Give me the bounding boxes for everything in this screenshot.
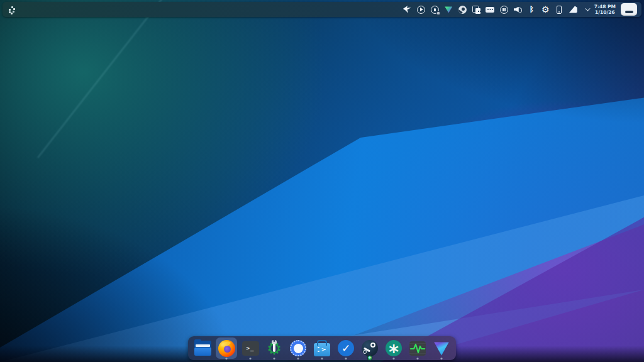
file-manager-icon [194,341,211,356]
aperture-glyph: * [389,341,399,357]
running-indicator [321,358,323,359]
desktop-wallpaper [0,0,644,362]
clock-date: 1/10/26 [594,9,616,15]
check-glyph: ✓ [341,342,350,354]
running-indicator [274,358,275,359]
dock-item-vpn-triangle[interactable] [430,336,453,360]
running-indicator [345,358,347,359]
dock-item-firefox[interactable] [214,336,238,360]
running-indicator [226,358,228,359]
portmaster-swirl-icon[interactable] [458,4,467,14]
system-tray: ᛒ ⚙ [402,4,592,14]
media-play-icon[interactable] [416,4,426,14]
settings-gear-icon[interactable]: ⚙ [541,4,550,14]
dock-item-settings-tool[interactable]: ⚙ [262,336,286,360]
digital-clock[interactable]: 7:48 PM 1/10/26 [594,4,616,15]
pulse-line-icon [410,342,425,354]
notifier-icon[interactable] [486,4,495,14]
steam-icon [362,340,378,356]
aperture-app-icon: * [386,340,402,356]
toolbox-arrow-glyph: > [321,347,326,353]
running-indicator [393,358,395,359]
running-indicator [297,358,299,359]
clock-time: 7:48 PM [594,4,616,9]
proton-vpn-icon[interactable] [444,4,453,14]
vpn-triangle-icon [433,341,450,356]
password-keyring-icon[interactable] [430,4,440,14]
running-indicator [441,358,443,359]
wallpaper-vignette [0,0,644,362]
show-panel-button[interactable] [621,3,637,16]
panel-slot-glyph [625,11,633,14]
settings-tool-icon: ⚙ [265,339,283,357]
running-indicator [417,358,419,359]
dock-item-aperture-app[interactable]: * [382,336,406,360]
volume-icon[interactable] [513,4,523,14]
top-panel: ᛒ ⚙ 7:48 PM 1/10/26 [3,2,641,17]
wrench-glyph [273,342,275,352]
signal-messenger-icon [290,340,306,356]
steam-status-badge: + [367,355,373,361]
dock-item-check-app[interactable]: ✓ [334,336,358,360]
dock: >_ ⚙ > ✓ + * [188,336,456,360]
dock-item-toolbox[interactable]: > [310,336,334,360]
app-launcher-icon[interactable] [7,4,17,14]
network-icon[interactable] [569,4,578,14]
paper-bird-icon[interactable] [402,4,412,14]
dock-item-steam[interactable]: + [358,336,382,360]
dock-item-terminal[interactable]: >_ [238,336,262,360]
dock-item-signal[interactable] [286,336,310,360]
toolbox-icon: > [314,343,330,356]
dock-item-file-manager[interactable] [191,336,214,360]
check-app-icon: ✓ [338,340,354,356]
expand-chevron-icon[interactable] [582,4,592,14]
running-indicator [250,358,252,359]
bluetooth-icon[interactable]: ᛒ [527,4,536,14]
firefox-icon [218,340,235,357]
phone-kdeconnect-icon[interactable] [555,4,564,14]
terminal-icon: >_ [242,341,259,356]
terminal-prompt: >_ [247,345,255,351]
media-paused-icon[interactable] [499,4,509,14]
system-monitor-icon [409,341,426,356]
dock-item-system-monitor[interactable] [406,336,430,360]
clipboard-icon[interactable] [472,4,481,14]
